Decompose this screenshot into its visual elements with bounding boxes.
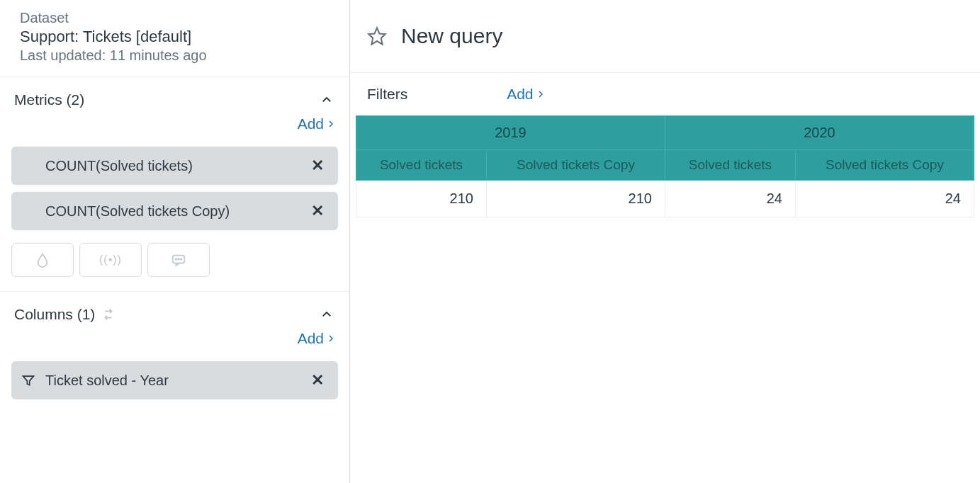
metric-label: COUNT(Solved tickets) <box>45 158 193 174</box>
sub-header-0: Solved tickets <box>356 150 487 181</box>
cell: 210 <box>356 181 487 217</box>
filters-row: Filters Add <box>350 73 980 115</box>
close-icon[interactable]: ✕ <box>308 157 327 175</box>
year-header-0: 2019 <box>356 116 665 150</box>
columns-add-button[interactable]: Add <box>298 330 335 347</box>
filters-add-button[interactable]: Add <box>507 86 544 103</box>
add-label: Add <box>298 330 324 347</box>
metric-pill-1[interactable]: COUNT(Solved tickets Copy) ✕ <box>11 192 338 230</box>
chevron-up-icon[interactable] <box>318 91 335 108</box>
dataset-label: Dataset <box>20 10 335 26</box>
star-icon[interactable] <box>367 26 387 46</box>
columns-section: Columns (1) Add Ticket solved - Year ✕ <box>0 292 349 421</box>
query-title: New query <box>401 24 502 48</box>
table-row: 210 210 24 24 <box>356 181 974 217</box>
dataset-block: Dataset Support: Tickets [default] Last … <box>0 0 349 77</box>
svg-point-3 <box>181 258 182 260</box>
sub-header-3: Solved tickets Copy <box>795 150 974 181</box>
swap-icon[interactable] <box>101 307 116 322</box>
chevron-up-icon[interactable] <box>318 306 335 323</box>
metrics-header[interactable]: Metrics (2) <box>11 86 338 111</box>
svg-point-1 <box>175 258 176 260</box>
column-label: Ticket solved - Year <box>45 373 169 389</box>
columns-header[interactable]: Columns (1) <box>11 300 338 326</box>
filters-label: Filters <box>367 86 407 103</box>
sidebar: Dataset Support: Tickets [default] Last … <box>0 0 350 483</box>
sub-header-1: Solved tickets Copy <box>486 150 665 181</box>
main: New query Filters Add 2019 2020 Solved t… <box>350 0 980 483</box>
results-table: 2019 2020 Solved tickets Solved tickets … <box>356 115 974 217</box>
query-header: New query <box>350 0 980 73</box>
cell: 24 <box>795 181 974 217</box>
add-label: Add <box>298 115 324 132</box>
cell: 210 <box>486 181 665 217</box>
metric-label: COUNT(Solved tickets Copy) <box>45 203 230 220</box>
column-pill-0[interactable]: Ticket solved - Year ✕ <box>11 361 338 399</box>
metrics-add-button[interactable]: Add <box>298 115 335 132</box>
svg-point-2 <box>178 258 179 260</box>
type-live-icon[interactable]: ((•)) <box>79 243 142 277</box>
metric-pill-0[interactable]: COUNT(Solved tickets) ✕ <box>11 147 338 185</box>
columns-title: Columns (1) <box>14 306 95 323</box>
type-drop-icon[interactable] <box>11 243 74 277</box>
metrics-title: Metrics (2) <box>14 91 84 108</box>
sub-header-2: Solved tickets <box>665 150 795 181</box>
close-icon[interactable]: ✕ <box>308 202 327 220</box>
metrics-section: Metrics (2) Add COUNT(Solved tickets) ✕ … <box>0 77 349 292</box>
add-label: Add <box>507 86 533 103</box>
dataset-name: Support: Tickets [default] <box>20 28 335 46</box>
close-icon[interactable]: ✕ <box>308 371 327 390</box>
dataset-updated: Last updated: 11 minutes ago <box>20 47 335 64</box>
filter-icon <box>21 373 35 387</box>
svg-marker-4 <box>368 28 385 44</box>
type-icons: ((•)) <box>11 243 338 277</box>
year-header-1: 2020 <box>665 116 974 150</box>
cell: 24 <box>665 181 795 217</box>
type-chat-icon[interactable] <box>147 243 210 277</box>
